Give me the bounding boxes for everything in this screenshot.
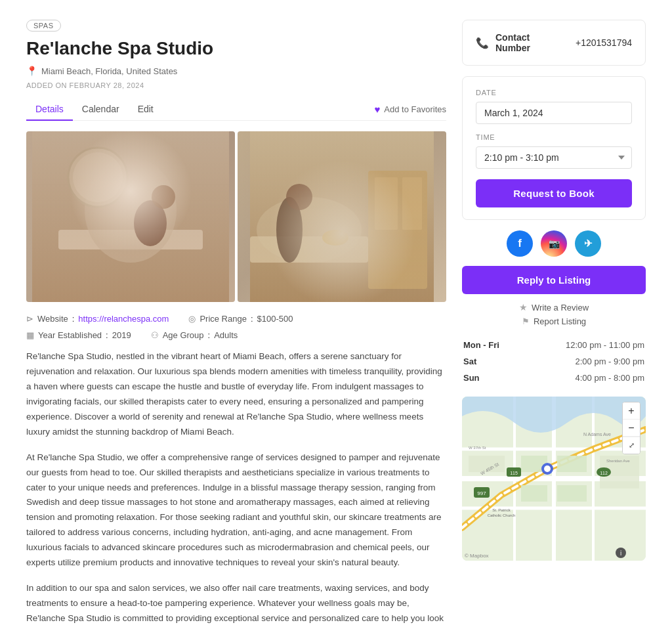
svg-rect-27 [521,485,547,502]
hours-day: Mon - Fri [462,337,501,353]
contact-number: +1201531794 [576,37,632,48]
add-favorites-button[interactable]: ♥ Add to Favorites [374,104,446,115]
star-icon: ★ [519,302,528,313]
main-layout: SPAS Re'lanche Spa Studio 📍 Miami Beach,… [26,20,646,627]
cursor-icon: ⊳ [26,314,33,324]
hours-time: 12:00 pm - 11:00 pm [501,337,646,353]
svg-point-16 [286,184,312,210]
svg-rect-28 [557,485,587,502]
expand-map-button[interactable]: ⤢ [623,437,640,454]
time-field-label: TIME [476,133,632,141]
date-field-label: DATE [476,89,632,97]
description-2: At Re'lanche Spa Studio, we offer a comp… [26,450,446,571]
hours-time: 2:00 pm - 9:00 pm [501,353,646,370]
people-icon: ⚇ [151,330,159,340]
svg-text:115: 115 [510,471,518,475]
calendar-icon: ▦ [26,330,34,340]
svg-rect-10 [368,171,427,289]
website-detail: ⊳ Website: https://relanchespa.com [26,314,169,324]
report-listing-link[interactable]: ⚑ Report Listing [522,316,586,326]
website-label: Website [37,314,68,324]
svg-rect-11 [375,177,398,230]
map-controls: + − ⤢ [622,402,640,454]
age-label: Age Group [163,330,204,340]
page-wrapper: SPAS Re'lanche Spa Studio 📍 Miami Beach,… [0,0,672,627]
description-3: In addition to our spa and salon service… [26,581,446,627]
svg-rect-8 [250,131,434,302]
map-info-button[interactable]: i [616,548,626,558]
time-select[interactable]: 2:10 pm - 3:10 pm 3:10 pm - 4:10 pm 4:10… [476,146,632,169]
svg-rect-0 [32,131,229,302]
instagram-button[interactable]: 📷 [541,230,567,257]
phone-icon: 📞 [476,37,489,49]
write-review-link[interactable]: ★ Write a Review [519,302,589,313]
listing-title: Re'lanche Spa Studio [26,38,446,59]
hours-row: Sun 4:00 pm - 8:00 pm [462,370,646,386]
action-links: ★ Write a Review ⚑ Report Listing [462,302,646,326]
tab-edit[interactable]: Edit [129,98,163,121]
svg-text:Catholic Church: Catholic Church [488,513,516,517]
facebook-button[interactable]: f [507,230,533,257]
svg-point-14 [257,197,362,263]
contact-card: 📞 Contact Number +1201531794 [462,20,646,66]
date-input[interactable] [476,102,632,124]
location-text: Miami Beach, Florida, United States [41,66,177,76]
website-link[interactable]: https://relanchespa.com [78,314,169,324]
listing-image-2 [238,131,446,302]
svg-point-5 [73,152,123,202]
svg-point-15 [276,197,303,263]
svg-rect-13 [250,236,368,263]
hours-row: Mon - Fri 12:00 pm - 11:00 pm [462,337,646,353]
images-grid [26,131,446,302]
svg-text:© Mapbox: © Mapbox [465,553,489,559]
svg-point-4 [68,148,127,207]
svg-text:W 37th St: W 37th St [469,446,486,450]
svg-rect-12 [402,177,422,230]
flag-icon: ⚑ [522,316,530,326]
svg-text:112: 112 [600,471,608,475]
price-icon: ◎ [188,314,196,324]
hours-table: Mon - Fri 12:00 pm - 11:00 pm Sat 2:00 p… [462,337,646,386]
svg-point-6 [134,200,167,246]
main-column: SPAS Re'lanche Spa Studio 📍 Miami Beach,… [26,20,446,627]
zoom-out-button[interactable]: − [623,420,640,437]
svg-rect-9 [250,131,434,302]
hours-time: 4:00 pm - 8:00 pm [501,370,646,386]
svg-text:997: 997 [477,490,486,496]
tab-calendar[interactable]: Calendar [73,98,129,121]
request-book-button[interactable]: Request to Book [476,179,632,207]
price-value: $100-500 [257,314,293,324]
svg-rect-26 [557,456,587,472]
category-badge: SPAS [26,20,61,32]
listing-image-1 [26,131,235,302]
description-1: Re'lanche Spa Studio, nestled in the vib… [26,349,446,440]
svg-point-3 [85,158,177,263]
reply-to-listing-button[interactable]: Reply to Listing [462,266,646,294]
price-detail: ◎ Price Range: $100-500 [188,314,293,324]
map-container[interactable]: W 45th St N Adams Ave Sheridan Ave 997 1… [462,397,646,561]
svg-rect-2 [58,230,203,249]
year-value: 2019 [112,330,131,340]
sidebar-column: 📞 Contact Number +1201531794 DATE TIME 2… [462,20,646,627]
age-value: Adults [214,330,238,340]
favorites-label: Add to Favorites [384,104,446,114]
tabs-bar: Details Calendar Edit ♥ Add to Favorites [26,98,446,121]
heart-icon: ♥ [374,104,380,115]
hours-day: Sat [462,353,501,370]
svg-point-17 [322,230,348,246]
year-label: Year Established [38,330,102,340]
hours-day: Sun [462,370,501,386]
svg-point-7 [152,185,175,209]
zoom-in-button[interactable]: + [623,402,640,420]
review-label: Write a Review [532,303,589,313]
location-row: 📍 Miami Beach, Florida, United States [26,66,446,76]
hours-row: Sat 2:00 pm - 9:00 pm [462,353,646,370]
tab-details[interactable]: Details [26,98,73,121]
social-row: f 📷 ✈ [462,230,646,257]
contact-label: Contact Number [495,32,566,53]
age-detail: ⚇ Age Group: Adults [151,330,238,340]
year-detail: ▦ Year Established: 2019 [26,330,131,340]
svg-text:N Adams Ave: N Adams Ave [583,432,611,437]
svg-text:Sheridan Ave: Sheridan Ave [606,459,630,463]
telegram-button[interactable]: ✈ [575,230,601,257]
